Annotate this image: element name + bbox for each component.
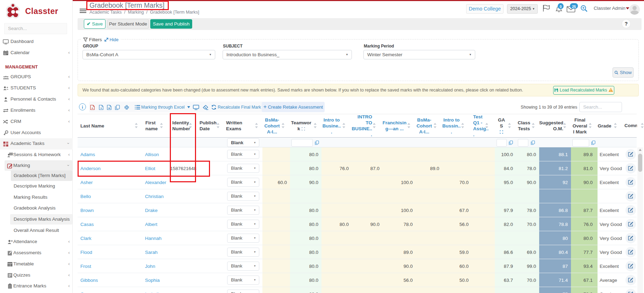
svg-text:A: A (92, 107, 93, 109)
svg-text:W: W (108, 107, 110, 109)
svg-text:X: X (100, 107, 102, 109)
